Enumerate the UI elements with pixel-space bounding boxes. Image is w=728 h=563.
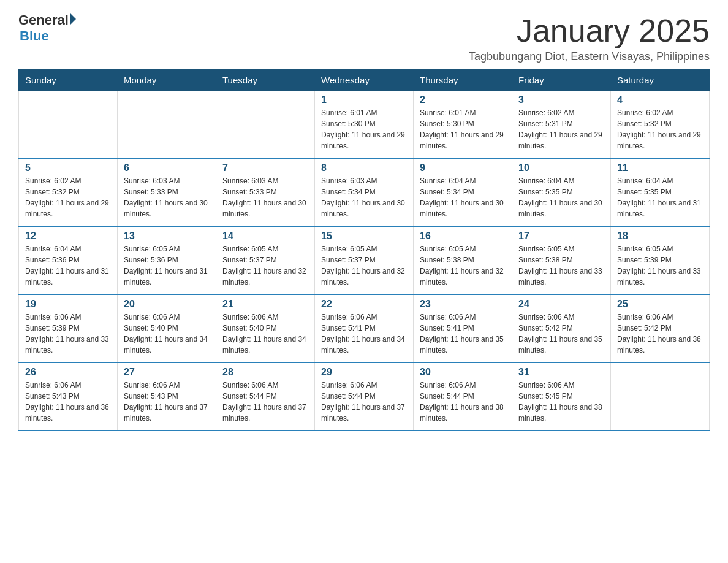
calendar-week-row: 12Sunrise: 6:04 AM Sunset: 5:36 PM Dayli… <box>19 226 710 294</box>
day-number: 7 <box>222 163 308 174</box>
calendar-cell: 8Sunrise: 6:03 AM Sunset: 5:34 PM Daylig… <box>315 158 414 226</box>
day-number: 11 <box>617 163 703 174</box>
calendar-cell <box>118 91 216 159</box>
weekday-header-row: SundayMondayTuesdayWednesdayThursdayFrid… <box>19 70 710 91</box>
day-info: Sunrise: 6:03 AM Sunset: 5:33 PM Dayligh… <box>222 175 308 220</box>
calendar-cell: 7Sunrise: 6:03 AM Sunset: 5:33 PM Daylig… <box>216 158 315 226</box>
day-info: Sunrise: 6:06 AM Sunset: 5:41 PM Dayligh… <box>321 312 407 356</box>
day-number: 22 <box>321 299 407 310</box>
day-number: 31 <box>518 367 604 378</box>
weekday-header-friday: Friday <box>512 70 611 91</box>
day-info: Sunrise: 6:01 AM Sunset: 5:30 PM Dayligh… <box>321 107 407 151</box>
day-number: 4 <box>617 94 703 105</box>
logo: General Blue <box>18 12 76 44</box>
day-number: 10 <box>518 163 604 174</box>
calendar-week-row: 26Sunrise: 6:06 AM Sunset: 5:43 PM Dayli… <box>19 362 710 431</box>
day-info: Sunrise: 6:06 AM Sunset: 5:40 PM Dayligh… <box>222 312 308 356</box>
calendar-cell: 13Sunrise: 6:05 AM Sunset: 5:36 PM Dayli… <box>118 226 216 294</box>
weekday-header-sunday: Sunday <box>19 70 118 91</box>
day-number: 23 <box>420 299 506 310</box>
weekday-header-wednesday: Wednesday <box>315 70 414 91</box>
calendar-cell: 6Sunrise: 6:03 AM Sunset: 5:33 PM Daylig… <box>118 158 216 226</box>
day-info: Sunrise: 6:06 AM Sunset: 5:44 PM Dayligh… <box>321 380 407 424</box>
day-info: Sunrise: 6:05 AM Sunset: 5:38 PM Dayligh… <box>518 243 604 288</box>
day-number: 20 <box>124 299 210 310</box>
calendar-cell: 30Sunrise: 6:06 AM Sunset: 5:44 PM Dayli… <box>414 362 512 431</box>
day-number: 27 <box>124 367 210 378</box>
calendar-cell: 21Sunrise: 6:06 AM Sunset: 5:40 PM Dayli… <box>216 294 315 362</box>
day-number: 13 <box>124 231 210 242</box>
calendar-cell: 19Sunrise: 6:06 AM Sunset: 5:39 PM Dayli… <box>19 294 118 362</box>
day-info: Sunrise: 6:06 AM Sunset: 5:43 PM Dayligh… <box>25 380 111 424</box>
calendar-cell: 4Sunrise: 6:02 AM Sunset: 5:32 PM Daylig… <box>611 91 710 159</box>
logo-general-text: General <box>18 12 69 28</box>
calendar-cell: 2Sunrise: 6:01 AM Sunset: 5:30 PM Daylig… <box>414 91 512 159</box>
day-number: 1 <box>321 94 407 105</box>
calendar-table: SundayMondayTuesdayWednesdayThursdayFrid… <box>18 69 710 431</box>
day-number: 18 <box>617 231 703 242</box>
calendar-cell: 16Sunrise: 6:05 AM Sunset: 5:38 PM Dayli… <box>414 226 512 294</box>
calendar-cell: 12Sunrise: 6:04 AM Sunset: 5:36 PM Dayli… <box>19 226 118 294</box>
day-number: 14 <box>222 231 308 242</box>
logo-blue-text: Blue <box>20 28 49 44</box>
day-number: 8 <box>321 163 407 174</box>
day-info: Sunrise: 6:03 AM Sunset: 5:33 PM Dayligh… <box>124 175 210 220</box>
calendar-cell: 17Sunrise: 6:05 AM Sunset: 5:38 PM Dayli… <box>512 226 611 294</box>
location-subtitle: Tagbubungang Diot, Eastern Visayas, Phil… <box>469 50 710 63</box>
day-info: Sunrise: 6:06 AM Sunset: 5:41 PM Dayligh… <box>420 312 506 356</box>
calendar-cell: 1Sunrise: 6:01 AM Sunset: 5:30 PM Daylig… <box>315 91 414 159</box>
calendar-cell: 3Sunrise: 6:02 AM Sunset: 5:31 PM Daylig… <box>512 91 611 159</box>
day-number: 9 <box>420 163 506 174</box>
day-info: Sunrise: 6:06 AM Sunset: 5:43 PM Dayligh… <box>124 380 210 424</box>
day-number: 29 <box>321 367 407 378</box>
day-number: 30 <box>420 367 506 378</box>
day-info: Sunrise: 6:05 AM Sunset: 5:36 PM Dayligh… <box>124 243 210 288</box>
calendar-cell <box>611 362 710 431</box>
day-info: Sunrise: 6:02 AM Sunset: 5:32 PM Dayligh… <box>25 175 111 220</box>
calendar-cell: 24Sunrise: 6:06 AM Sunset: 5:42 PM Dayli… <box>512 294 611 362</box>
calendar-week-row: 1Sunrise: 6:01 AM Sunset: 5:30 PM Daylig… <box>19 91 710 159</box>
calendar-cell: 11Sunrise: 6:04 AM Sunset: 5:35 PM Dayli… <box>611 158 710 226</box>
day-number: 12 <box>25 231 111 242</box>
day-info: Sunrise: 6:03 AM Sunset: 5:34 PM Dayligh… <box>321 175 407 220</box>
day-number: 26 <box>25 367 111 378</box>
day-info: Sunrise: 6:04 AM Sunset: 5:35 PM Dayligh… <box>617 175 703 220</box>
day-info: Sunrise: 6:04 AM Sunset: 5:35 PM Dayligh… <box>518 175 604 220</box>
day-info: Sunrise: 6:06 AM Sunset: 5:39 PM Dayligh… <box>25 312 111 356</box>
calendar-cell: 22Sunrise: 6:06 AM Sunset: 5:41 PM Dayli… <box>315 294 414 362</box>
calendar-cell: 29Sunrise: 6:06 AM Sunset: 5:44 PM Dayli… <box>315 362 414 431</box>
page-header: General Blue January 2025 Tagbubungang D… <box>18 12 710 63</box>
day-number: 17 <box>518 231 604 242</box>
day-number: 25 <box>617 299 703 310</box>
day-info: Sunrise: 6:04 AM Sunset: 5:36 PM Dayligh… <box>25 243 111 288</box>
day-info: Sunrise: 6:06 AM Sunset: 5:44 PM Dayligh… <box>222 380 308 424</box>
logo-arrow-icon <box>70 13 76 25</box>
day-number: 3 <box>518 94 604 105</box>
day-info: Sunrise: 6:06 AM Sunset: 5:42 PM Dayligh… <box>518 312 604 356</box>
day-info: Sunrise: 6:05 AM Sunset: 5:39 PM Dayligh… <box>617 243 703 288</box>
day-number: 15 <box>321 231 407 242</box>
day-info: Sunrise: 6:02 AM Sunset: 5:31 PM Dayligh… <box>518 107 604 151</box>
day-number: 5 <box>25 163 111 174</box>
calendar-week-row: 5Sunrise: 6:02 AM Sunset: 5:32 PM Daylig… <box>19 158 710 226</box>
day-info: Sunrise: 6:05 AM Sunset: 5:37 PM Dayligh… <box>321 243 407 288</box>
weekday-header-thursday: Thursday <box>414 70 512 91</box>
day-number: 28 <box>222 367 308 378</box>
weekday-header-monday: Monday <box>118 70 216 91</box>
day-info: Sunrise: 6:01 AM Sunset: 5:30 PM Dayligh… <box>420 107 506 151</box>
day-number: 24 <box>518 299 604 310</box>
day-info: Sunrise: 6:06 AM Sunset: 5:44 PM Dayligh… <box>420 380 506 424</box>
calendar-cell: 15Sunrise: 6:05 AM Sunset: 5:37 PM Dayli… <box>315 226 414 294</box>
title-section: January 2025 Tagbubungang Diot, Eastern … <box>469 12 710 63</box>
calendar-cell <box>19 91 118 159</box>
calendar-cell: 10Sunrise: 6:04 AM Sunset: 5:35 PM Dayli… <box>512 158 611 226</box>
day-number: 19 <box>25 299 111 310</box>
calendar-cell: 28Sunrise: 6:06 AM Sunset: 5:44 PM Dayli… <box>216 362 315 431</box>
calendar-body: 1Sunrise: 6:01 AM Sunset: 5:30 PM Daylig… <box>19 91 710 431</box>
day-info: Sunrise: 6:06 AM Sunset: 5:42 PM Dayligh… <box>617 312 703 356</box>
weekday-header-saturday: Saturday <box>611 70 710 91</box>
calendar-cell: 27Sunrise: 6:06 AM Sunset: 5:43 PM Dayli… <box>118 362 216 431</box>
month-title: January 2025 <box>469 12 710 49</box>
day-info: Sunrise: 6:02 AM Sunset: 5:32 PM Dayligh… <box>617 107 703 151</box>
calendar-week-row: 19Sunrise: 6:06 AM Sunset: 5:39 PM Dayli… <box>19 294 710 362</box>
